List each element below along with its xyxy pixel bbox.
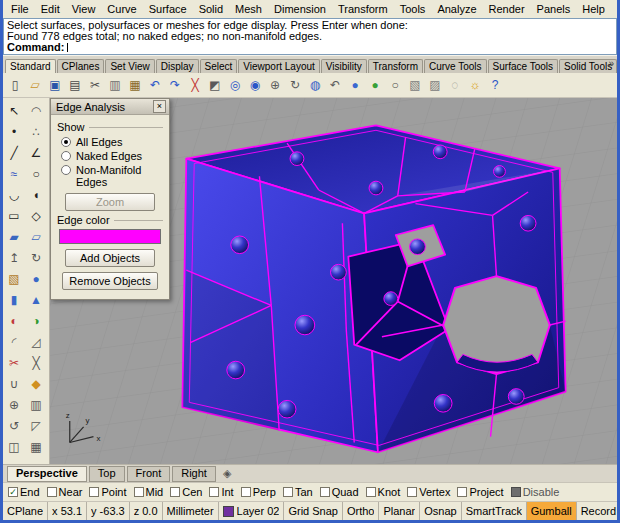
cylinder-icon[interactable]: ▮	[3, 289, 25, 310]
menu-transform[interactable]: Transform	[332, 2, 394, 16]
perspective-viewport[interactable]: z x y Edge Analysis × Show All EdgesNake…	[50, 98, 617, 464]
command-prompt[interactable]: Command:	[4, 42, 616, 53]
osnap-disable-checkbox[interactable]	[511, 487, 521, 497]
osnap-cen[interactable]: Cen	[170, 486, 202, 498]
add-objects-button[interactable]: Add Objects	[65, 249, 155, 267]
box-icon[interactable]: ▧	[3, 268, 25, 289]
osnap-quad-checkbox[interactable]	[320, 487, 330, 497]
status-osnap[interactable]: Osnap	[420, 502, 461, 520]
toolbar-tab-curve-tools[interactable]: Curve Tools	[424, 59, 487, 73]
rendered-viewport-icon[interactable]: ●	[366, 76, 384, 94]
edge-analysis-titlebar[interactable]: Edge Analysis ×	[51, 99, 169, 115]
split-icon[interactable]: ╳	[25, 352, 47, 373]
sun-light-icon[interactable]: ☼	[466, 76, 484, 94]
polysurface-model[interactable]	[182, 125, 565, 452]
osnap-tan-checkbox[interactable]	[283, 487, 293, 497]
osnap-end[interactable]: ✓End	[8, 486, 40, 498]
scale-icon[interactable]: ◸	[25, 415, 47, 436]
redo-icon[interactable]: ↷	[166, 76, 184, 94]
osnap-mid[interactable]: Mid	[134, 486, 164, 498]
status-units[interactable]: Millimeter	[163, 502, 219, 520]
ellipse-icon[interactable]: ◖	[25, 184, 47, 205]
viewport-tab-right[interactable]: Right	[172, 466, 216, 482]
viewport-tab-perspective[interactable]: Perspective	[7, 466, 87, 482]
hide-objects-icon[interactable]: ◌	[446, 76, 464, 94]
print-icon[interactable]: ▤	[66, 76, 84, 94]
osnap-end-checkbox[interactable]: ✓	[8, 487, 18, 497]
extrude-icon[interactable]: ↥	[3, 247, 25, 268]
select-filter-icon[interactable]: ◩	[206, 76, 224, 94]
rectangle-icon[interactable]: ▭	[3, 205, 25, 226]
osnap-disable[interactable]: Disable	[511, 486, 560, 498]
undo-icon[interactable]: ↶	[146, 76, 164, 94]
zoom-selected-icon[interactable]: ◍	[306, 76, 324, 94]
cut-icon[interactable]: ✂	[86, 76, 104, 94]
pan-view-icon[interactable]: ⊕	[266, 76, 284, 94]
toolbar-tab-display[interactable]: Display	[156, 59, 199, 73]
radio-button-non-manifold-edges[interactable]	[61, 165, 71, 175]
radio-button-naked-edges[interactable]	[61, 151, 71, 161]
viewport-tab-front[interactable]: Front	[127, 466, 171, 482]
line-icon[interactable]: ╱	[3, 142, 25, 163]
copy-icon[interactable]: ▥	[106, 76, 124, 94]
status-layer[interactable]: Layer 02	[219, 502, 285, 520]
toolbar-tabs-overflow-icon[interactable]: »	[608, 58, 614, 69]
status-z[interactable]: z 0.0	[130, 502, 163, 520]
polyline-icon[interactable]: ∠	[25, 142, 47, 163]
point-cloud-icon[interactable]: ∴	[25, 121, 47, 142]
menu-edit[interactable]: Edit	[35, 2, 66, 16]
radio-option-naked-edges[interactable]: Naked Edges	[61, 150, 163, 162]
osnap-mid-checkbox[interactable]	[134, 487, 144, 497]
status-smarttrack[interactable]: SmartTrack	[462, 502, 527, 520]
loft-surface-icon[interactable]: ▱	[25, 226, 47, 247]
osnap-int-checkbox[interactable]	[209, 487, 219, 497]
status-x[interactable]: x 53.1	[48, 502, 87, 520]
osnap-near-checkbox[interactable]	[47, 487, 57, 497]
osnap-int[interactable]: Int	[209, 486, 233, 498]
cone-icon[interactable]: ▲	[25, 289, 47, 310]
save-icon[interactable]: ▣	[46, 76, 64, 94]
osnap-project[interactable]: Project	[457, 486, 503, 498]
edge-color-swatch[interactable]	[59, 229, 161, 244]
menu-panels[interactable]: Panels	[531, 2, 577, 16]
pointer-icon[interactable]: ↖	[3, 100, 25, 121]
menu-render[interactable]: Render	[483, 2, 531, 16]
zoom-extents-icon[interactable]: ◉	[246, 76, 264, 94]
chamfer-icon[interactable]: ◿	[25, 331, 47, 352]
viewport-layout-icon[interactable]: ◈	[223, 467, 231, 480]
toolbar-tab-transform[interactable]: Transform	[368, 59, 423, 73]
osnap-tan[interactable]: Tan	[283, 486, 313, 498]
delete-icon[interactable]: ╳	[186, 76, 204, 94]
array-icon[interactable]: ▦	[25, 436, 47, 457]
toolbar-tab-cplanes[interactable]: CPlanes	[57, 59, 105, 73]
revolve-icon[interactable]: ↻	[25, 247, 47, 268]
status-y[interactable]: y -63.3	[87, 502, 130, 520]
sphere-icon[interactable]: ●	[25, 268, 47, 289]
surface-icon[interactable]: ▰	[3, 226, 25, 247]
menu-curve[interactable]: Curve	[101, 2, 142, 16]
trim-icon[interactable]: ✂	[3, 352, 25, 373]
command-area[interactable]: Select surfaces, polysurfaces or meshes …	[3, 18, 617, 55]
osnap-vertex-checkbox[interactable]	[407, 487, 417, 497]
toolbar-tab-standard[interactable]: Standard	[5, 59, 56, 73]
curve-icon[interactable]: ≈	[3, 163, 25, 184]
status-cplane[interactable]: CPlane	[3, 502, 48, 520]
zoom-window-icon[interactable]: ◎	[226, 76, 244, 94]
status-ortho[interactable]: Ortho	[343, 502, 380, 520]
radio-option-non-manifold-edges[interactable]: Non-Manifold Edges	[61, 164, 163, 188]
rotate-view-icon[interactable]: ↻	[286, 76, 304, 94]
polygon-icon[interactable]: ◇	[25, 205, 47, 226]
osnap-project-checkbox[interactable]	[457, 487, 467, 497]
toolbar-tab-viewport-layout[interactable]: Viewport Layout	[238, 59, 320, 73]
undo-view-icon[interactable]: ↶	[326, 76, 344, 94]
new-file-icon[interactable]: ▯	[6, 76, 24, 94]
close-icon[interactable]: ×	[153, 100, 166, 113]
wireframe-viewport-icon[interactable]: ○	[386, 76, 404, 94]
menu-tools[interactable]: Tools	[394, 2, 432, 16]
osnap-knot-checkbox[interactable]	[366, 487, 376, 497]
status-grid-snap[interactable]: Grid Snap	[284, 502, 343, 520]
menu-view[interactable]: View	[66, 2, 102, 16]
status-planar[interactable]: Planar	[379, 502, 420, 520]
viewport-tab-top[interactable]: Top	[89, 466, 125, 482]
circle-icon[interactable]: ○	[25, 163, 47, 184]
